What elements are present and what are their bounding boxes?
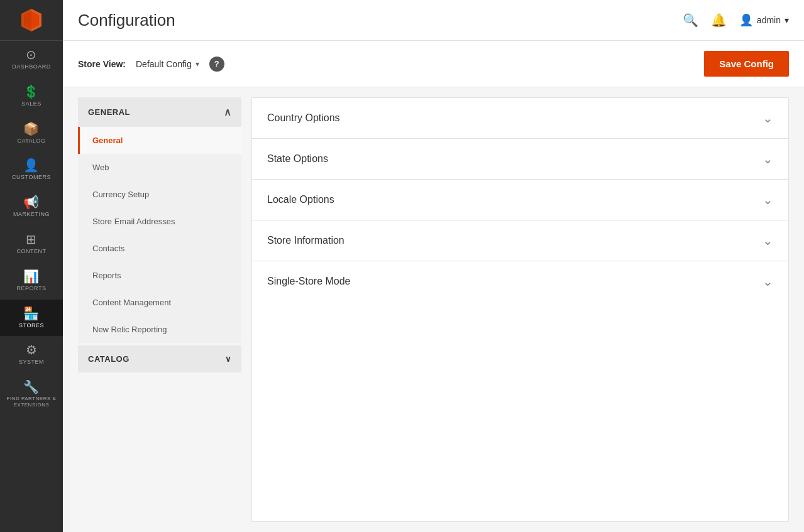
help-icon[interactable]: ? xyxy=(209,57,224,72)
sidebar-item-content[interactable]: ⊞ CONTENT xyxy=(0,225,63,263)
user-name: admin xyxy=(757,15,781,25)
sidebar-logo xyxy=(0,0,63,41)
reports-icon: 📊 xyxy=(23,270,40,283)
catalog-icon: 📦 xyxy=(23,122,40,135)
accordion-header-store-information[interactable]: Store Information ⌄ xyxy=(252,220,788,261)
user-avatar-icon: 👤 xyxy=(739,13,753,27)
topbar: Configuration 🔍 🔔 👤 admin ▾ xyxy=(63,0,804,41)
body-split: GENERAL ∧ General Web Currency Setup Sto… xyxy=(63,87,804,532)
sidebar-label-stores: STORES xyxy=(19,322,44,329)
nav-item-reports[interactable]: Reports xyxy=(78,262,241,289)
accordion-title-country-options: Country Options xyxy=(267,112,340,124)
sidebar-label-system: SYSTEM xyxy=(19,359,44,366)
accordion-chevron-locale-options: ⌄ xyxy=(763,192,773,207)
accordion-single-store-mode: Single-Store Mode ⌄ xyxy=(252,261,788,301)
store-view-value: Default Config xyxy=(136,59,192,69)
nav-item-currency-setup[interactable]: Currency Setup xyxy=(78,181,241,208)
bell-icon[interactable]: 🔔 xyxy=(711,13,727,28)
nav-item-web[interactable]: Web xyxy=(78,154,241,181)
general-section-label: GENERAL xyxy=(88,107,130,117)
general-section-body: General Web Currency Setup Store Email A… xyxy=(78,127,241,343)
stores-icon: 🏪 xyxy=(23,307,40,320)
sidebar-item-catalog[interactable]: 📦 CATALOG xyxy=(0,115,63,152)
topbar-actions: 🔍 🔔 👤 admin ▾ xyxy=(683,13,789,28)
sidebar-item-customers[interactable]: 👤 CUSTOMERS xyxy=(0,151,63,188)
content-icon: ⊞ xyxy=(26,233,37,246)
left-panel: GENERAL ∧ General Web Currency Setup Sto… xyxy=(78,97,241,522)
accordion-chevron-store-information: ⌄ xyxy=(763,233,773,248)
sidebar-item-find-partners[interactable]: 🔧 FIND PARTNERS & EXTENSIONS xyxy=(0,373,63,415)
sidebar-item-marketing[interactable]: 📢 MARKETING xyxy=(0,188,63,225)
sidebar-label-catalog: CATALOG xyxy=(17,138,45,144)
user-menu-chevron: ▾ xyxy=(785,15,789,25)
accordion-locale-options: Locale Options ⌄ xyxy=(252,180,788,220)
accordion-store-information: Store Information ⌄ xyxy=(252,220,788,261)
store-view-bar: Store View: Default Config ▾ ? Save Conf… xyxy=(63,41,804,87)
nav-item-content-management[interactable]: Content Management xyxy=(78,289,241,316)
sidebar-item-system[interactable]: ⚙ SYSTEM xyxy=(0,336,63,373)
accordion-title-locale-options: Locale Options xyxy=(267,194,334,205)
accordion-title-state-options: State Options xyxy=(267,153,328,165)
accordion-title-store-information: Store Information xyxy=(267,235,344,246)
general-section-chevron-up: ∧ xyxy=(224,106,232,118)
nav-item-contacts[interactable]: Contacts xyxy=(78,235,241,262)
general-section-header[interactable]: GENERAL ∧ xyxy=(78,97,241,127)
system-icon: ⚙ xyxy=(26,344,38,356)
accordion-header-single-store-mode[interactable]: Single-Store Mode ⌄ xyxy=(252,261,788,301)
sidebar-label-dashboard: DASHBOARD xyxy=(12,63,51,70)
dashboard-icon: ⊙ xyxy=(26,48,37,61)
sidebar-item-dashboard[interactable]: ⊙ DASHBOARD xyxy=(0,41,63,78)
accordion-header-locale-options[interactable]: Locale Options ⌄ xyxy=(252,180,788,220)
accordion-chevron-single-store-mode: ⌄ xyxy=(763,274,773,289)
sidebar-label-marketing: MARKETING xyxy=(13,211,50,218)
sidebar-item-stores[interactable]: 🏪 STORES xyxy=(0,300,63,337)
sidebar-label-reports: REPORTS xyxy=(17,285,47,292)
sales-icon: 💲 xyxy=(23,85,40,98)
sidebar-label-sales: SALES xyxy=(21,100,41,107)
main-content: Configuration 🔍 🔔 👤 admin ▾ Store View: … xyxy=(63,0,804,532)
store-view-label: Store View: xyxy=(78,59,126,69)
sidebar-label-content: CONTENT xyxy=(17,248,47,255)
accordion-title-single-store-mode: Single-Store Mode xyxy=(267,276,351,287)
sidebar-label-find-partners: FIND PARTNERS & EXTENSIONS xyxy=(3,396,60,408)
accordion-header-country-options[interactable]: Country Options ⌄ xyxy=(252,98,788,138)
search-icon[interactable]: 🔍 xyxy=(683,13,698,28)
user-menu[interactable]: 👤 admin ▾ xyxy=(739,13,789,27)
sidebar-item-sales[interactable]: 💲 SALES xyxy=(0,78,63,115)
catalog-section-label: CATALOG xyxy=(88,354,129,364)
nav-item-new-relic-reporting[interactable]: New Relic Reporting xyxy=(78,316,241,343)
page-title: Configuration xyxy=(78,11,175,30)
sidebar-label-customers: CUSTOMERS xyxy=(12,174,51,181)
sidebar-item-reports[interactable]: 📊 REPORTS xyxy=(0,263,63,300)
nav-item-general[interactable]: General xyxy=(78,127,241,154)
accordion-state-options: State Options ⌄ xyxy=(252,139,788,180)
help-label: ? xyxy=(214,59,219,68)
sidebar: ⊙ DASHBOARD 💲 SALES 📦 CATALOG 👤 CUSTOMER… xyxy=(0,0,63,532)
find-partners-icon: 🔧 xyxy=(23,381,40,393)
accordion-chevron-country-options: ⌄ xyxy=(763,111,773,126)
accordion-header-state-options[interactable]: State Options ⌄ xyxy=(252,139,788,179)
accordion-chevron-state-options: ⌄ xyxy=(763,151,773,166)
accordion-country-options: Country Options ⌄ xyxy=(252,98,788,139)
right-panel: Country Options ⌄ State Options ⌄ Locale… xyxy=(251,97,789,522)
svg-marker-2 xyxy=(21,9,31,31)
catalog-section-header[interactable]: CATALOG ∨ xyxy=(78,345,241,372)
content-area: Store View: Default Config ▾ ? Save Conf… xyxy=(63,41,804,532)
save-config-button[interactable]: Save Config xyxy=(704,51,789,77)
customers-icon: 👤 xyxy=(23,159,40,171)
store-view-chevron: ▾ xyxy=(195,60,199,68)
nav-item-store-email-addresses[interactable]: Store Email Addresses xyxy=(78,208,241,235)
catalog-section-chevron: ∨ xyxy=(225,354,232,364)
marketing-icon: 📢 xyxy=(23,196,40,209)
store-view-select[interactable]: Default Config ▾ xyxy=(136,59,199,69)
